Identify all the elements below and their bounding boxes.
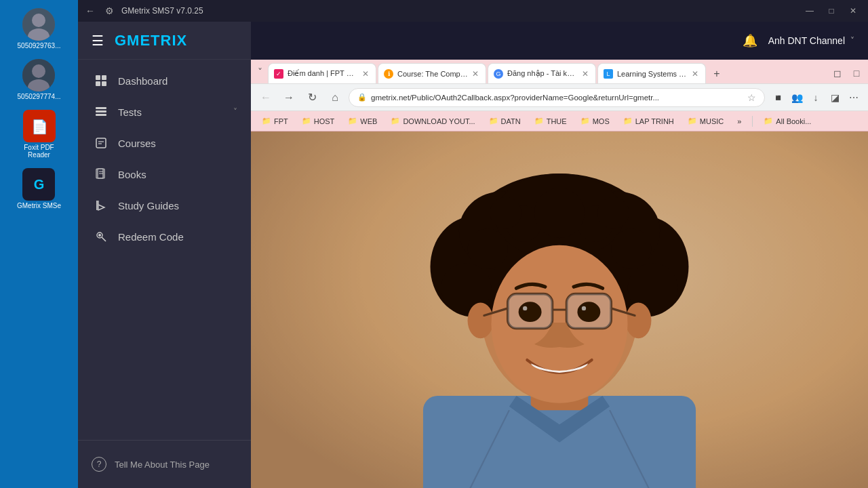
browser-tab-4[interactable]: L Learning Systems Portal ✕ xyxy=(597,63,706,83)
bookmark-music[interactable]: 📁 MUSIC xyxy=(682,115,729,127)
address-bar[interactable]: 🔒 gmetrix.net/Public/OAuth2Callback.aspx… xyxy=(349,88,765,107)
study-guides-label: Study Guides xyxy=(118,200,237,211)
tab-3-close[interactable]: ✕ xyxy=(582,69,589,79)
profile-button[interactable]: 👥 xyxy=(788,89,806,106)
courses-icon xyxy=(94,136,108,150)
sidebar-item-redeem-code[interactable]: Redeem Code xyxy=(78,221,251,252)
browser-reload-button[interactable]: ↻ xyxy=(302,88,321,107)
svg-point-46 xyxy=(597,197,629,229)
sidebar-nav: Dashboard Tests ˅ xyxy=(78,60,251,440)
bookmark-mos-label: MOS xyxy=(593,117,610,125)
new-tab-button[interactable]: + xyxy=(707,64,726,83)
sidebar-item-courses[interactable]: Courses xyxy=(78,127,251,159)
bookmark-datn-icon: 📁 xyxy=(489,117,498,125)
foxit-label: Foxit PDF Reader xyxy=(12,144,66,159)
download-button[interactable]: ↓ xyxy=(807,89,825,106)
svg-point-58 xyxy=(577,302,600,322)
svg-rect-14 xyxy=(96,114,106,116)
browser-toolbar: ← → ↻ ⌂ 🔒 gmetrix.net/Public/OAuth2Callb… xyxy=(251,84,868,111)
bookmark-lt-icon: 📁 xyxy=(623,117,633,125)
bookmark-mos[interactable]: 📁 MOS xyxy=(575,115,615,127)
bookmark-dl-yt[interactable]: 📁 DOWNLOAD YOUT... xyxy=(385,115,480,127)
browser-forward-button[interactable]: → xyxy=(279,88,298,107)
tab-4-label: Learning Systems Portal xyxy=(617,70,688,78)
tab-3-label: Đăng nhập - Tài khoản ... xyxy=(507,69,578,78)
bookmark-lt-label: LAP TRINH xyxy=(635,117,674,125)
tests-arrow: ˅ xyxy=(233,107,237,117)
bookmark-more[interactable]: » xyxy=(732,116,747,127)
tab-4-close[interactable]: ✕ xyxy=(692,69,698,79)
page-content xyxy=(251,131,868,488)
dashboard-icon xyxy=(94,73,108,88)
bookmark-dl-label: DOWNLOAD YOUT... xyxy=(403,117,475,125)
notification-bell[interactable]: 🔔 xyxy=(743,33,757,48)
browser-home-button[interactable]: ⌂ xyxy=(326,88,344,107)
svg-rect-10 xyxy=(96,81,100,86)
toolbar-actions: ◾ 👥 ↓ ◪ ⋯ xyxy=(769,89,863,106)
svg-point-60 xyxy=(582,306,586,310)
desktop-icon-gmetrix[interactable]: G GMetrix SMSe xyxy=(14,165,64,212)
bookmark-host[interactable]: 📁 HOST xyxy=(296,115,340,127)
svg-rect-11 xyxy=(102,81,106,86)
svg-rect-9 xyxy=(102,75,106,80)
bookmark-thue[interactable]: 📁 THUE xyxy=(529,115,572,127)
settings-button[interactable]: ⚙ xyxy=(102,4,116,18)
tab-list-button[interactable]: ˅ xyxy=(254,65,267,79)
browser-maximize-button[interactable]: □ xyxy=(848,66,865,81)
bookmark-datn[interactable]: 📁 DATN xyxy=(484,115,526,127)
bookmark-more-label: » xyxy=(737,117,741,125)
tab-2-close[interactable]: ✕ xyxy=(472,69,479,79)
logo: GMETRIX xyxy=(115,32,187,49)
help-label: Tell Me About This Page xyxy=(115,460,210,470)
desktop-icon-foxit[interactable]: 📄 Foxit PDF Reader xyxy=(9,107,69,161)
extensions-button[interactable]: ◾ xyxy=(769,89,787,106)
main-window: ← ⚙ GMetrix SMS7 v7.0.25 — □ ✕ ☰ GMETRIX xyxy=(78,0,868,488)
gmetrix-label: GMetrix SMSe xyxy=(17,202,61,209)
bookmark-music-label: MUSIC xyxy=(700,117,724,125)
svg-point-40 xyxy=(468,228,508,268)
browser-tab-3[interactable]: G Đăng nhập - Tài khoản ... ✕ xyxy=(488,63,596,83)
bookmark-mos-icon: 📁 xyxy=(580,117,590,125)
browser-tabs-bar: ˅ ✓ Điểm danh | FPT Polytec... ✕ ℹ Cours… xyxy=(251,60,868,84)
bookmarks-bar: 📁 FPT 📁 HOST 📁 WEB 📁 DOWNLOAD YOUT... xyxy=(251,111,868,131)
more-button[interactable]: ⋯ xyxy=(845,89,863,106)
sidebar-footer: ? Tell Me About This Page xyxy=(78,440,251,488)
address-lock-icon: 🔒 xyxy=(357,93,367,102)
minimize-button[interactable]: — xyxy=(800,4,819,18)
svg-rect-13 xyxy=(96,110,106,113)
dashboard-label: Dashboard xyxy=(118,75,237,87)
bookmark-fpt[interactable]: 📁 FPT xyxy=(256,115,294,127)
help-item[interactable]: ? Tell Me About This Page xyxy=(92,451,237,477)
sidebar-item-books[interactable]: Books xyxy=(78,159,251,190)
bookmark-host-label: HOST xyxy=(314,117,335,125)
back-button[interactable]: ← xyxy=(83,4,97,18)
desktop-icon-user1-label: 5050929763... xyxy=(18,42,61,49)
maximize-button[interactable]: □ xyxy=(822,4,841,18)
tab-1-close[interactable]: ✕ xyxy=(362,69,369,79)
bookmark-star-icon[interactable]: ☆ xyxy=(747,92,756,103)
app-body: ☰ GMETRIX Dashboard xyxy=(78,22,868,488)
bookmark-lap-trinh[interactable]: 📁 LAP TRINH xyxy=(618,115,679,127)
tab-3-icon: G xyxy=(494,69,503,79)
sidebar: ☰ GMETRIX Dashboard xyxy=(78,22,251,488)
bookmark-all-icon: 📁 xyxy=(764,117,773,125)
browser-back-button[interactable]: ← xyxy=(256,88,275,107)
browser-tab-1[interactable]: ✓ Điểm danh | FPT Polytec... ✕ xyxy=(268,63,376,83)
browser-tab-2[interactable]: ℹ Course: The Complete J... ✕ xyxy=(378,63,486,83)
bookmark-all[interactable]: 📁 All Booki... xyxy=(758,115,816,127)
sidebar-item-tests[interactable]: Tests ˅ xyxy=(78,96,251,127)
svg-point-45 xyxy=(490,197,521,229)
title-bar-left: ← ⚙ GMetrix SMS7 v7.0.25 xyxy=(83,4,203,18)
sidebar-item-dashboard[interactable]: Dashboard xyxy=(78,65,251,96)
sidebar-item-study-guides[interactable]: Study Guides xyxy=(78,190,251,221)
browser-restore-button[interactable]: ◻ xyxy=(829,66,846,81)
desktop-icon-user2[interactable]: 5050297774... xyxy=(15,56,64,103)
bookmark-thue-icon: 📁 xyxy=(534,117,544,125)
bookmark-web[interactable]: 📁 WEB xyxy=(342,115,382,127)
hamburger-button[interactable]: ☰ xyxy=(89,30,106,52)
svg-text:📄: 📄 xyxy=(31,119,48,135)
user-menu[interactable]: Anh DNT Channel ˅ xyxy=(768,35,854,46)
desktop-icon-user1[interactable]: 5050929763... xyxy=(15,5,64,52)
apps-button[interactable]: ◪ xyxy=(826,89,844,106)
close-button[interactable]: ✕ xyxy=(844,4,863,18)
